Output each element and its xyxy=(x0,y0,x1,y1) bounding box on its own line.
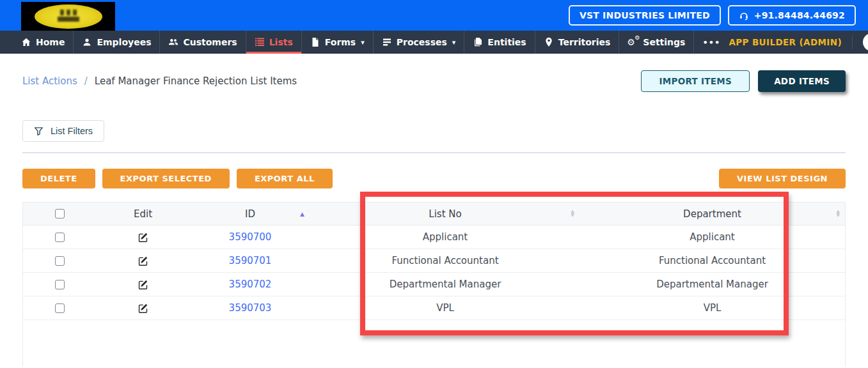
nav-item-settings[interactable]: ⚙ ⚙ Settings xyxy=(619,31,693,54)
row-checkbox[interactable] xyxy=(55,303,65,313)
nav-label: Entities xyxy=(487,37,526,47)
nav-item-home[interactable]: Home xyxy=(13,31,73,54)
sort-icon[interactable]: ▲▼ xyxy=(837,210,840,217)
table-row: 3590702 Departmental Manager Departmenta… xyxy=(23,273,845,296)
people-icon xyxy=(168,37,178,47)
department-cell: Functional Accountant xyxy=(580,249,845,272)
page-title: Leaf Manager Finance Rejection List Item… xyxy=(95,75,297,87)
column-header-label: ID xyxy=(245,208,255,220)
department-cell: Departmental Manager xyxy=(580,273,845,296)
add-items-button[interactable]: ADD ITEMS xyxy=(758,70,846,92)
view-list-design-button[interactable]: VIEW LIST DESIGN xyxy=(719,169,846,188)
column-header-label: List No xyxy=(429,208,461,220)
nav-item-territories[interactable]: Territories xyxy=(535,31,619,54)
table-header-row: Edit ID ▲ List No ▲▼ Department ▲▼ xyxy=(23,202,845,226)
nav-item-entities[interactable]: Entities xyxy=(464,31,534,54)
header-buttons: IMPORT ITEMS ADD ITEMS xyxy=(641,70,846,92)
person-icon xyxy=(82,37,92,47)
row-checkbox[interactable] xyxy=(55,233,65,242)
page-header-row: List Actions / Leaf Manager Finance Reje… xyxy=(22,70,846,92)
export-all-button[interactable]: EXPORT ALL xyxy=(237,169,333,188)
item-id-link[interactable]: 3590703 xyxy=(229,302,272,314)
nav-item-processes[interactable]: Processes ▾ xyxy=(373,31,464,54)
company-logo xyxy=(21,2,115,31)
app-screen: VST INDUSTRIES LIMITED +91.84484.44692 xyxy=(0,0,868,368)
support-phone-button[interactable]: +91.84484.44692 xyxy=(728,5,856,26)
company-name-label: VST INDUSTRIES LIMITED xyxy=(580,10,710,20)
role-badge: APP BUILDER (ADMIN) xyxy=(729,37,842,47)
column-header-label: Department xyxy=(683,208,741,220)
logo-ellipse xyxy=(35,4,102,29)
column-header-department[interactable]: Department ▲▼ xyxy=(580,203,845,225)
department-cell: VPL xyxy=(580,296,845,319)
nav-item-more[interactable]: ••• xyxy=(693,31,729,54)
table-toolbar: DELETE EXPORT SELECTED EXPORT ALL VIEW L… xyxy=(22,169,846,188)
edit-icon[interactable] xyxy=(138,232,148,243)
page-content: List Actions / Leaf Manager Finance Reje… xyxy=(0,70,868,367)
list-filters-button[interactable]: List Filters xyxy=(22,120,104,142)
chevron-down-icon: ▾ xyxy=(452,38,456,47)
nav-item-customers[interactable]: Customers xyxy=(159,31,245,54)
logo-emblem-icon xyxy=(56,10,81,24)
topbar-right-group: VST INDUSTRIES LIMITED +91.84484.44692 xyxy=(569,5,856,26)
list-no-cell: VPL xyxy=(311,296,580,319)
edit-icon[interactable] xyxy=(138,256,148,266)
nav-item-forms[interactable]: Forms ▾ xyxy=(301,31,373,54)
nav-label: Home xyxy=(36,37,65,47)
row-checkbox[interactable] xyxy=(55,256,65,266)
nav-label: Settings xyxy=(643,37,685,47)
nav-label: Employees xyxy=(97,37,151,47)
list-filters-label: List Filters xyxy=(51,126,93,136)
sort-icon[interactable]: ▲▼ xyxy=(571,210,574,217)
table-row: 3590701 Functional Accountant Functional… xyxy=(23,249,845,273)
select-all-checkbox[interactable] xyxy=(55,209,65,218)
nav-label: Forms xyxy=(325,37,356,47)
main-navbar: Home Employees Customers Lists Forms ▾ xyxy=(0,31,868,54)
user-menu-button[interactable]: AV ▾ xyxy=(863,33,868,51)
edit-icon[interactable] xyxy=(138,303,148,314)
top-header-bar: VST INDUSTRIES LIMITED +91.84484.44692 xyxy=(0,0,868,31)
edit-icon[interactable] xyxy=(138,279,148,290)
list-no-cell: Departmental Manager xyxy=(311,273,580,296)
nav-label: Processes xyxy=(397,37,447,47)
department-cell: Applicant xyxy=(580,226,845,249)
column-header-id[interactable]: ID ▲ xyxy=(189,203,311,225)
chevron-down-icon: ▾ xyxy=(361,38,365,47)
map-pin-icon xyxy=(544,37,554,47)
list-icon xyxy=(255,37,265,47)
nav-label: Territories xyxy=(558,37,611,47)
phone-number-label: +91.84484.44692 xyxy=(754,10,845,20)
list-items-table: Edit ID ▲ List No ▲▼ Department ▲▼ xyxy=(22,202,846,367)
delete-button[interactable]: DELETE xyxy=(22,169,95,188)
item-id-link[interactable]: 3590700 xyxy=(229,231,272,243)
ellipsis-icon: ••• xyxy=(702,38,720,47)
company-name-button[interactable]: VST INDUSTRIES LIMITED xyxy=(569,5,721,26)
column-header-list-no[interactable]: List No ▲▼ xyxy=(311,203,580,225)
breadcrumb-separator: / xyxy=(84,75,88,87)
filters-row: List Filters xyxy=(22,120,846,142)
item-id-link[interactable]: 3590702 xyxy=(229,279,272,290)
import-items-button[interactable]: IMPORT ITEMS xyxy=(641,70,750,92)
nav-label: Customers xyxy=(183,37,237,47)
section-divider xyxy=(22,152,846,153)
navbar-right-group: APP BUILDER (ADMIN) AV ▾ xyxy=(729,31,868,54)
table-row: 3590703 VPL VPL xyxy=(23,296,845,320)
filter-funnel-icon xyxy=(34,126,43,136)
home-icon xyxy=(21,37,31,47)
file-icon xyxy=(310,37,320,47)
headset-icon xyxy=(739,10,749,20)
nav-item-employees[interactable]: Employees xyxy=(73,31,159,54)
breadcrumb: List Actions / Leaf Manager Finance Reje… xyxy=(22,75,297,87)
list-no-cell: Applicant xyxy=(311,226,580,249)
gears-icon: ⚙ ⚙ xyxy=(627,37,638,48)
export-selected-button[interactable]: EXPORT SELECTED xyxy=(102,169,230,188)
row-checkbox[interactable] xyxy=(55,280,65,289)
table-row: 3590700 Applicant Applicant xyxy=(23,226,845,249)
breadcrumb-link-list-actions[interactable]: List Actions xyxy=(22,75,77,87)
item-id-link[interactable]: 3590701 xyxy=(229,255,272,266)
sort-ascending-icon[interactable]: ▲ xyxy=(300,211,304,217)
files-icon xyxy=(473,37,483,47)
bars-icon xyxy=(382,37,392,47)
vertical-divider xyxy=(852,35,853,49)
nav-item-lists[interactable]: Lists xyxy=(246,31,301,54)
